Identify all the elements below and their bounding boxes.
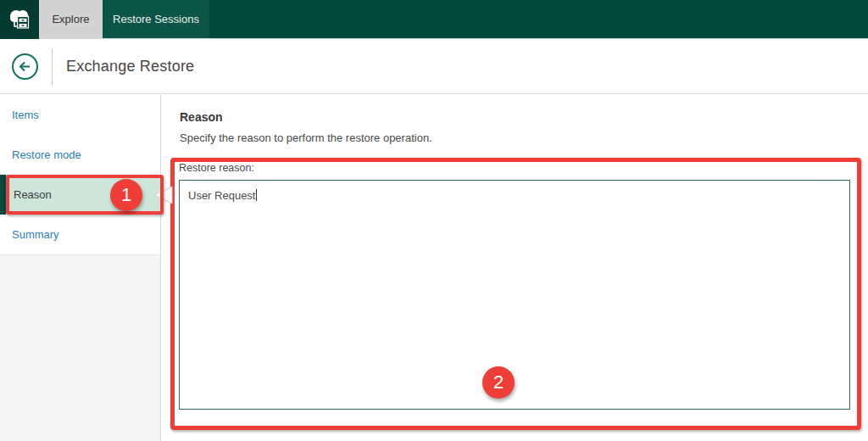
sidebar-item-restore-mode[interactable]: Restore mode bbox=[0, 135, 160, 175]
sidebar-item-restore-mode-label: Restore mode bbox=[12, 148, 81, 161]
step-description: Specify the reason to perform the restor… bbox=[180, 131, 432, 144]
restore-reason-value: User Request bbox=[188, 189, 255, 202]
back-arrow-icon bbox=[18, 59, 32, 74]
exchange-restore-window: Explore Restore Sessions Exchange Restor… bbox=[0, 0, 868, 441]
selected-step-indicator bbox=[0, 175, 6, 215]
tab-explore[interactable]: Explore bbox=[39, 0, 103, 38]
app-logo[interactable] bbox=[0, 0, 39, 39]
sidebar-item-reason-label: Reason bbox=[14, 188, 52, 201]
top-navigation-bar: Explore Restore Sessions bbox=[0, 0, 868, 39]
sidebar-item-reason[interactable]: Reason bbox=[0, 175, 160, 215]
sidebar-background bbox=[0, 255, 160, 441]
step-heading: Reason bbox=[180, 110, 223, 124]
sidebar-item-summary-label: Summary bbox=[12, 228, 59, 241]
reason-step-panel: Reason Specify the reason to perform the… bbox=[161, 95, 868, 441]
wizard-steps-sidebar: Items Restore mode Reason Summary bbox=[0, 95, 161, 441]
sidebar-item-summary[interactable]: Summary bbox=[0, 215, 160, 254]
sidebar-item-items-label: Items bbox=[12, 109, 39, 121]
page-header: Exchange Restore bbox=[0, 40, 868, 94]
cloud-file-cabinet-icon bbox=[6, 6, 33, 33]
sidebar-item-items[interactable]: Items bbox=[0, 95, 160, 135]
tab-explore-label: Explore bbox=[52, 13, 89, 25]
restore-reason-textarea[interactable]: User Request bbox=[179, 180, 850, 410]
tab-restore-sessions[interactable]: Restore Sessions bbox=[103, 0, 209, 38]
page-title: Exchange Restore bbox=[66, 58, 194, 75]
restore-reason-label: Restore reason: bbox=[179, 162, 254, 174]
text-caret bbox=[256, 189, 257, 201]
header-divider bbox=[52, 48, 53, 86]
tab-restore-sessions-label: Restore Sessions bbox=[113, 13, 199, 25]
back-button[interactable] bbox=[12, 53, 38, 80]
wizard-body: Items Restore mode Reason Summary Reason… bbox=[0, 95, 868, 441]
